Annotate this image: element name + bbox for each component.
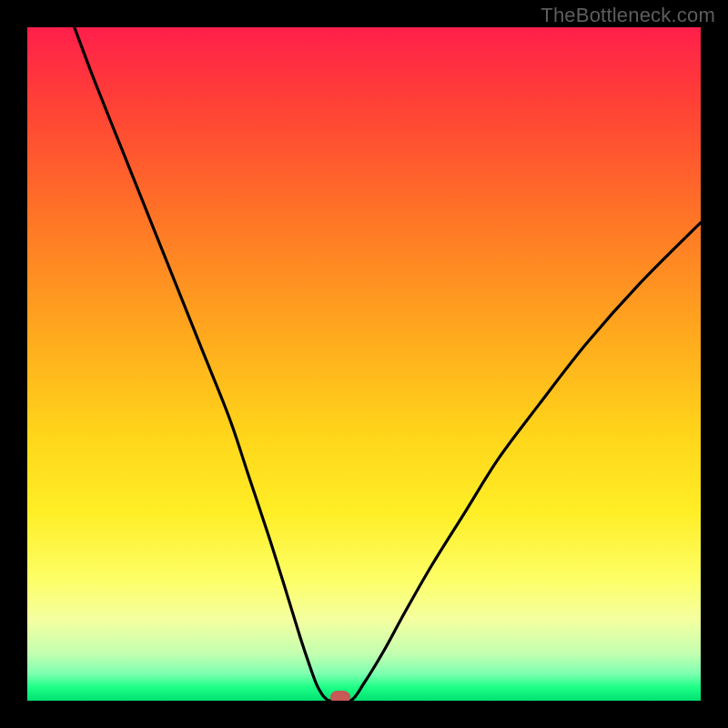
plot-area: [27, 27, 701, 701]
chart-frame: TheBottleneck.com: [0, 0, 728, 728]
watermark-text: TheBottleneck.com: [541, 4, 715, 27]
curve-path: [75, 27, 701, 701]
optimum-marker: [330, 691, 350, 701]
bottleneck-curve: [27, 27, 701, 701]
